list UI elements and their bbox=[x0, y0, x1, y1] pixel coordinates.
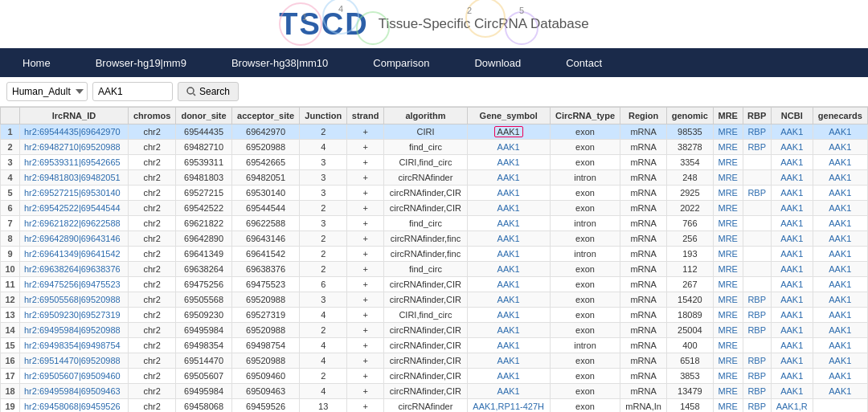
lrna-id-cell[interactable]: hr2:69481803|69482051 bbox=[20, 170, 129, 186]
mre-cell[interactable]: MRE bbox=[713, 308, 743, 323]
table-row[interactable]: 18 hr2:69495984|69509463 chr2 69495984 6… bbox=[1, 384, 868, 399]
ncbi-cell[interactable]: AAK1 bbox=[771, 262, 813, 277]
gene-symbol-cell[interactable]: AAK1 bbox=[467, 201, 550, 216]
rbp-cell[interactable] bbox=[743, 262, 771, 277]
lrna-id-cell[interactable]: hr2:69527215|69530140 bbox=[20, 186, 129, 201]
table-row[interactable]: 3 hr2:69539311|69542665 chr2 69539311 69… bbox=[1, 155, 868, 170]
gene-symbol-cell[interactable]: AAK1 bbox=[467, 262, 550, 277]
ncbi-cell[interactable]: AAK1 bbox=[771, 216, 813, 231]
table-row[interactable]: 19 hr2:69458068|69459526 chr2 69458068 6… bbox=[1, 399, 868, 413]
gene-symbol-cell[interactable]: AAK1 bbox=[467, 384, 550, 399]
rbp-cell[interactable]: RBP bbox=[743, 399, 771, 413]
search-input[interactable] bbox=[92, 82, 173, 101]
gene-symbol-cell[interactable]: AAK1 bbox=[467, 323, 550, 338]
lrna-id-cell[interactable]: hr2:69482710|69520988 bbox=[20, 140, 129, 155]
gene-symbol-cell[interactable]: AAK1 bbox=[467, 277, 550, 292]
mre-cell[interactable]: MRE bbox=[713, 201, 743, 216]
mre-cell[interactable]: MRE bbox=[713, 369, 743, 384]
mre-cell[interactable]: MRE bbox=[713, 399, 743, 413]
gene-symbol-cell[interactable]: AAK1 bbox=[467, 186, 550, 201]
ncbi-cell[interactable]: AAK1 bbox=[771, 124, 813, 140]
rbp-cell[interactable]: RBP bbox=[743, 124, 771, 140]
mre-cell[interactable]: MRE bbox=[713, 323, 743, 338]
ncbi-cell[interactable]: AAK1 bbox=[771, 170, 813, 186]
ncbi-cell[interactable]: AAK1 bbox=[771, 155, 813, 170]
lrna-id-cell[interactable]: hr2:69544435|69642970 bbox=[20, 124, 129, 140]
table-row[interactable]: 13 hr2:69509230|69527319 chr2 69509230 6… bbox=[1, 308, 868, 323]
genecards-cell[interactable]: AAK1 bbox=[813, 124, 867, 140]
ncbi-cell[interactable]: AAK1 bbox=[771, 277, 813, 292]
rbp-cell[interactable]: RBP bbox=[743, 353, 771, 369]
table-row[interactable]: 11 hr2:69475256|69475523 chr2 69475256 6… bbox=[1, 277, 868, 292]
ncbi-cell[interactable]: AAK1 bbox=[771, 323, 813, 338]
lrna-id-cell[interactable]: hr2:69542522|69544544 bbox=[20, 201, 129, 216]
ncbi-cell[interactable]: AAK1 bbox=[771, 201, 813, 216]
rbp-cell[interactable]: RBP bbox=[743, 323, 771, 338]
mre-cell[interactable]: MRE bbox=[713, 140, 743, 155]
rbp-cell[interactable] bbox=[743, 201, 771, 216]
rbp-cell[interactable]: RBP bbox=[743, 369, 771, 384]
mre-cell[interactable]: MRE bbox=[713, 384, 743, 399]
ncbi-cell[interactable]: AAK1,R bbox=[771, 399, 813, 413]
genecards-cell[interactable]: AAK1 bbox=[813, 186, 867, 201]
gene-symbol-cell[interactable]: AAK1 bbox=[467, 124, 550, 140]
genecards-cell[interactable]: AAK1 bbox=[813, 277, 867, 292]
genecards-cell[interactable]: AAK1 bbox=[813, 369, 867, 384]
ncbi-cell[interactable]: AAK1 bbox=[771, 338, 813, 353]
table-row[interactable]: 12 hr2:69505568|69520988 chr2 69505568 6… bbox=[1, 292, 868, 308]
gene-symbol-cell[interactable]: AAK1 bbox=[467, 216, 550, 231]
rbp-cell[interactable]: RBP bbox=[743, 292, 771, 308]
lrna-id-cell[interactable]: hr2:69642890|69643146 bbox=[20, 231, 129, 247]
table-row[interactable]: 16 hr2:69514470|69520988 chr2 69514470 6… bbox=[1, 353, 868, 369]
tissue-select[interactable]: Human_Adult Human_Fetal Mouse_Adult Mous… bbox=[6, 82, 88, 101]
rbp-cell[interactable]: RBP bbox=[743, 186, 771, 201]
table-row[interactable]: 2 hr2:69482710|69520988 chr2 69482710 69… bbox=[1, 140, 868, 155]
table-row[interactable]: 6 hr2:69542522|69544544 chr2 69542522 69… bbox=[1, 201, 868, 216]
genecards-cell[interactable]: AAK1 bbox=[813, 140, 867, 155]
table-row[interactable]: 4 hr2:69481803|69482051 chr2 69481803 69… bbox=[1, 170, 868, 186]
mre-cell[interactable]: MRE bbox=[713, 262, 743, 277]
genecards-cell[interactable]: AAK1 bbox=[813, 216, 867, 231]
lrna-id-cell[interactable]: hr2:69514470|69520988 bbox=[20, 353, 129, 369]
nav-comparison[interactable]: Comparison bbox=[350, 48, 452, 77]
genecards-cell[interactable]: AAK1 bbox=[813, 155, 867, 170]
genecards-cell[interactable] bbox=[813, 399, 867, 413]
rbp-cell[interactable] bbox=[743, 216, 771, 231]
gene-symbol-cell[interactable]: AAK1 bbox=[467, 353, 550, 369]
ncbi-cell[interactable]: AAK1 bbox=[771, 231, 813, 247]
table-row[interactable]: 1 hr2:69544435|69642970 chr2 69544435 69… bbox=[1, 124, 868, 140]
table-row[interactable]: 5 hr2:69527215|69530140 chr2 69527215 69… bbox=[1, 186, 868, 201]
genecards-cell[interactable]: AAK1 bbox=[813, 170, 867, 186]
gene-symbol-cell[interactable]: AAK1 bbox=[467, 140, 550, 155]
mre-cell[interactable]: MRE bbox=[713, 247, 743, 262]
gene-symbol-cell[interactable]: AAK1,RP11-427H bbox=[467, 399, 550, 413]
search-button[interactable]: Search bbox=[178, 82, 239, 101]
ncbi-cell[interactable]: AAK1 bbox=[771, 369, 813, 384]
genecards-cell[interactable]: AAK1 bbox=[813, 338, 867, 353]
nav-home[interactable]: Home bbox=[0, 48, 73, 77]
lrna-id-cell[interactable]: hr2:69539311|69542665 bbox=[20, 155, 129, 170]
rbp-cell[interactable]: RBP bbox=[743, 308, 771, 323]
genecards-cell[interactable]: AAK1 bbox=[813, 384, 867, 399]
lrna-id-cell[interactable]: hr2:69641349|69641542 bbox=[20, 247, 129, 262]
ncbi-cell[interactable]: AAK1 bbox=[771, 308, 813, 323]
rbp-cell[interactable] bbox=[743, 231, 771, 247]
lrna-id-cell[interactable]: hr2:69475256|69475523 bbox=[20, 277, 129, 292]
table-row[interactable]: 17 hr2:69505607|69509460 chr2 69505607 6… bbox=[1, 369, 868, 384]
rbp-cell[interactable] bbox=[743, 247, 771, 262]
mre-cell[interactable]: MRE bbox=[713, 155, 743, 170]
nav-download[interactable]: Download bbox=[452, 48, 543, 77]
lrna-id-cell[interactable]: hr2:69621822|69622588 bbox=[20, 216, 129, 231]
gene-symbol-cell[interactable]: AAK1 bbox=[467, 369, 550, 384]
table-row[interactable]: 9 hr2:69641349|69641542 chr2 69641349 69… bbox=[1, 247, 868, 262]
mre-cell[interactable]: MRE bbox=[713, 353, 743, 369]
genecards-cell[interactable]: AAK1 bbox=[813, 262, 867, 277]
ncbi-cell[interactable]: AAK1 bbox=[771, 353, 813, 369]
lrna-id-cell[interactable]: hr2:69458068|69459526 bbox=[20, 399, 129, 413]
mre-cell[interactable]: MRE bbox=[713, 292, 743, 308]
nav-browser-hg19[interactable]: Browser-hg19|mm9 bbox=[73, 48, 209, 77]
rbp-cell[interactable] bbox=[743, 277, 771, 292]
gene-symbol-cell[interactable]: AAK1 bbox=[467, 292, 550, 308]
table-row[interactable]: 15 hr2:69498354|69498754 chr2 69498354 6… bbox=[1, 338, 868, 353]
genecards-cell[interactable]: AAK1 bbox=[813, 247, 867, 262]
